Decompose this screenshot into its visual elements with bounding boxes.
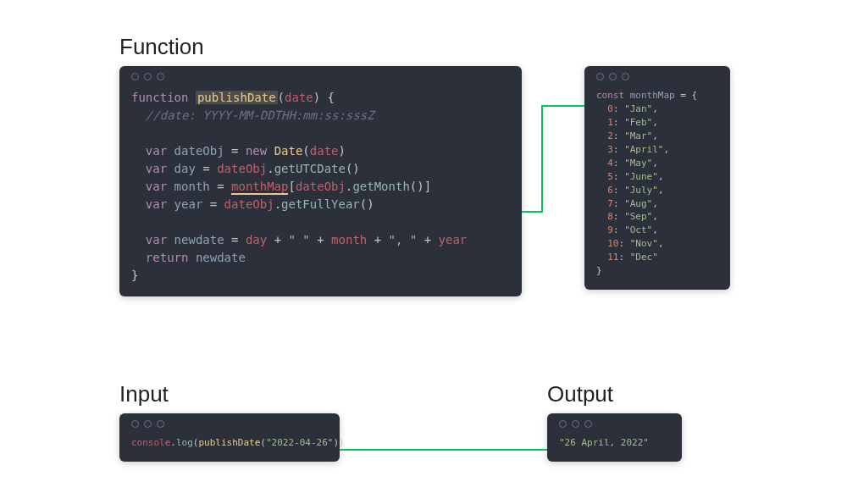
code-output: "26 April, 2022" [559,436,670,450]
window-dots [559,420,670,428]
code-input: console.log(publishDate("2022-04-26")) [131,436,328,450]
window-output: "26 April, 2022" [547,413,682,462]
window-dots [131,73,510,80]
dot-icon [131,420,139,428]
window-dots [131,420,328,428]
code-function: function publishDate(date) { //date: YYY… [131,89,510,285]
window-input: console.log(publishDate("2022-04-26")) [119,413,340,462]
heading-function: Function [119,34,204,60]
heading-input: Input [119,381,169,407]
dot-icon [572,420,579,428]
dot-icon [144,73,152,80]
dot-icon [622,73,629,80]
heading-output: Output [547,381,613,407]
dot-icon [559,420,567,428]
dot-icon [157,420,164,428]
code-monthmap: const monthMap = { 0: "Jan", 1: "Feb", 2… [596,89,718,278]
dot-icon [144,420,152,428]
dot-icon [131,73,139,80]
window-monthmap: const monthMap = { 0: "Jan", 1: "Feb", 2… [584,66,730,290]
dot-icon [596,73,604,80]
dot-icon [157,73,164,80]
dot-icon [584,420,592,428]
window-function: function publishDate(date) { //date: YYY… [119,66,522,296]
window-dots [596,73,718,80]
dot-icon [609,73,617,80]
